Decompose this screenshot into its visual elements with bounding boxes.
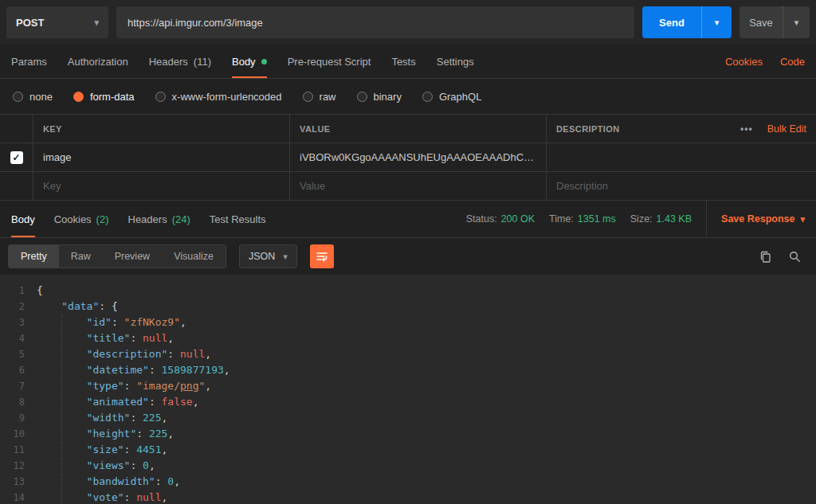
code-line: 5"description": null, <box>0 346 816 362</box>
time-badge: Time: 1351 ms <box>549 213 616 225</box>
tab-settings[interactable]: Settings <box>437 45 474 78</box>
method-label: POST <box>16 17 44 29</box>
radio-none[interactable]: none <box>13 91 53 103</box>
line-number: 9 <box>0 410 37 426</box>
tab-label: Params <box>11 56 47 68</box>
form-data-table: KEY VALUE DESCRIPTION ••• Bulk Edit ✓ im… <box>0 114 816 201</box>
tab-label: Tests <box>391 56 415 68</box>
view-mode-preview[interactable]: Preview <box>103 245 162 268</box>
radio-icon <box>357 92 367 102</box>
tab-label: Headers <box>149 56 188 68</box>
table-placeholder-row <box>0 172 816 201</box>
view-mode-pretty[interactable]: Pretty <box>9 245 59 268</box>
chevron-down-icon: ▾ <box>94 18 99 28</box>
copy-icon <box>759 250 772 264</box>
save-options-chevron-icon[interactable]: ▾ <box>783 6 810 38</box>
wrap-line-button[interactable] <box>310 244 334 268</box>
tab-count: (2) <box>96 213 109 225</box>
search-icon <box>788 250 802 264</box>
tab-label: Settings <box>437 56 474 68</box>
status-badge: Status: 200 OK <box>466 213 535 225</box>
line-number: 11 <box>0 442 37 458</box>
code-line: 4"title": null, <box>0 330 816 346</box>
response-tab-headers[interactable]: Headers (24) <box>128 201 190 237</box>
tab-label: Body <box>232 56 256 68</box>
radio-form-data[interactable]: form-data <box>73 91 135 103</box>
code-line: 6"datetime": 1589877193, <box>0 362 816 378</box>
cookies-link[interactable]: Cookies <box>725 56 763 68</box>
save-response-label: Save Response <box>721 213 794 225</box>
row-value-cell[interactable]: iVBORw0KGgoAAAANSUhEUgAAAOEAAADhCAM… <box>290 143 547 171</box>
table-row: ✓ image iVBORw0KGgoAAAANSUhEUgAAAOEAAADh… <box>0 143 816 172</box>
tab-body[interactable]: Body <box>232 45 267 78</box>
url-input[interactable] <box>116 6 634 38</box>
tab-count: (11) <box>194 56 211 68</box>
copy-button[interactable] <box>759 250 772 264</box>
language-select[interactable]: JSON ▾ <box>239 244 297 268</box>
line-number: 6 <box>0 362 37 378</box>
row-description-cell[interactable] <box>547 143 816 171</box>
language-label: JSON <box>249 251 275 262</box>
method-select[interactable]: POST ▾ <box>6 6 108 38</box>
header-key: KEY <box>33 115 290 143</box>
save-button-group: Save ▾ <box>740 6 810 38</box>
tab-label: Headers <box>128 213 167 225</box>
more-actions-icon[interactable]: ••• <box>740 123 753 135</box>
tab-count: (24) <box>172 213 190 225</box>
radio-label: form-data <box>90 91 135 103</box>
tab-pre-request-script[interactable]: Pre-request Script <box>288 45 371 78</box>
line-number: 4 <box>0 330 37 346</box>
value-input[interactable] <box>300 180 536 192</box>
response-body-viewer[interactable]: 1{2"data": {3"id": "zfNKoz9",4"title": n… <box>0 275 816 504</box>
response-stats: Status: 200 OK Time: 1351 ms Size: 1.43 … <box>466 201 805 237</box>
code-line: 10"height": 225, <box>0 426 816 442</box>
radio-label: raw <box>320 91 336 103</box>
radio-x-www-form-urlencoded[interactable]: x-www-form-urlencoded <box>155 91 282 103</box>
toolbar-right-icons <box>759 250 808 264</box>
view-mode-raw[interactable]: Raw <box>59 245 103 268</box>
view-mode-switcher: Pretty Raw Preview Visualize <box>8 244 226 268</box>
radio-label: none <box>29 91 53 103</box>
placeholder-value-cell <box>290 172 547 200</box>
radio-icon <box>155 92 166 102</box>
radio-graphql[interactable]: GraphQL <box>422 91 481 103</box>
line-number: 10 <box>0 426 37 442</box>
radio-raw[interactable]: raw <box>303 91 336 103</box>
radio-binary[interactable]: binary <box>357 91 402 103</box>
send-button-group: Send ▾ <box>642 6 732 38</box>
send-options-chevron-icon[interactable]: ▾ <box>701 6 732 38</box>
code-line: 13"bandwidth": 0, <box>0 474 816 490</box>
table-header-row: KEY VALUE DESCRIPTION ••• Bulk Edit <box>0 115 816 143</box>
tab-tests[interactable]: Tests <box>391 45 415 78</box>
row-checkbox-checked[interactable]: ✓ <box>10 151 23 164</box>
response-tab-test-results[interactable]: Test Results <box>210 201 266 237</box>
placeholder-key-cell <box>33 172 290 200</box>
save-button[interactable]: Save <box>740 6 783 38</box>
response-tab-cookies[interactable]: Cookies (2) <box>54 201 109 237</box>
tab-params[interactable]: Params <box>11 45 47 78</box>
tab-label: Cookies <box>54 213 92 225</box>
row-key-cell[interactable]: image <box>33 143 290 171</box>
response-meta-bar: Body Cookies (2) Headers (24) Test Resul… <box>0 201 816 238</box>
code-line: 11"size": 4451, <box>0 442 816 458</box>
tab-authorization[interactable]: Authorization <box>68 45 128 78</box>
code-line: 8"animated": false, <box>0 394 816 410</box>
code-line: 14"vote": null, <box>0 490 816 504</box>
description-input[interactable] <box>556 180 806 192</box>
radio-icon <box>13 92 23 102</box>
send-button[interactable]: Send <box>642 6 701 38</box>
radio-label: x-www-form-urlencoded <box>172 91 282 103</box>
tab-headers[interactable]: Headers (11) <box>149 45 211 78</box>
key-input[interactable] <box>43 180 280 192</box>
line-number: 13 <box>0 474 37 490</box>
bulk-edit-button[interactable]: Bulk Edit <box>767 123 806 135</box>
tab-label: Test Results <box>210 213 266 225</box>
save-response-button[interactable]: Save Response ▾ <box>706 201 805 237</box>
response-tab-body[interactable]: Body <box>11 201 35 237</box>
response-toolbar: Pretty Raw Preview Visualize JSON ▾ <box>0 238 816 275</box>
placeholder-description-cell <box>547 172 816 200</box>
code-link[interactable]: Code <box>780 56 805 68</box>
radio-icon <box>422 92 433 102</box>
view-mode-visualize[interactable]: Visualize <box>162 245 226 268</box>
search-button[interactable] <box>788 250 802 264</box>
